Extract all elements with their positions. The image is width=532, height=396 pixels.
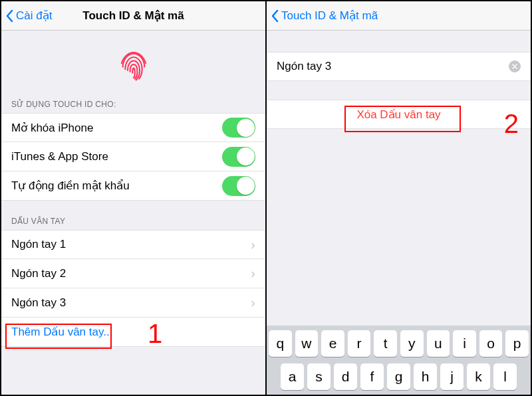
key-k[interactable]: k (467, 363, 490, 390)
chevron-right-icon: › (251, 237, 255, 252)
key-d[interactable]: d (334, 363, 357, 390)
finger-label: Ngón tay 3 (11, 296, 66, 310)
key-p[interactable]: p (505, 330, 529, 357)
add-label: Thêm Dấu vân tay... (11, 325, 112, 339)
toggle-unlock-iphone[interactable]: Mở khóa iPhone (1, 113, 265, 142)
key-e[interactable]: e (321, 330, 344, 357)
fingerprint-detail-screen: Touch ID & Mật mã Xóa Dấu vân tay 2 q w … (267, 1, 531, 395)
finger-item-1[interactable]: Ngón tay 1 › (1, 230, 265, 259)
key-w[interactable]: w (295, 330, 319, 357)
finger-list: Ngón tay 1 › Ngón tay 2 › Ngón tay 3 › T… (1, 230, 265, 347)
section-header-use: SỬ DỤNG TOUCH ID CHO: (1, 96, 265, 113)
settings-touchid-screen: Cài đặt Touch ID & Mật mã SỬ DỤNG TOUCH … (1, 1, 267, 395)
keyboard-row-1: q w e r t y u i o p (269, 330, 529, 357)
switch-on-icon[interactable] (222, 176, 255, 196)
toggle-autofill-password[interactable]: Tự động điền mật khẩu (1, 171, 265, 201)
key-a[interactable]: a (281, 363, 304, 390)
key-q[interactable]: q (269, 330, 292, 357)
chevron-left-icon (5, 9, 13, 23)
finger-label: Ngón tay 1 (11, 238, 66, 251)
annotation-step-1: 1 (148, 319, 162, 349)
key-j[interactable]: j (440, 363, 464, 390)
finger-label: Ngón tay 2 (11, 267, 66, 280)
chevron-right-icon: › (251, 295, 255, 310)
key-y[interactable]: y (400, 330, 424, 357)
key-o[interactable]: o (479, 330, 503, 357)
close-icon (512, 64, 517, 69)
finger-item-2[interactable]: Ngón tay 2 › (1, 259, 265, 288)
keyboard-row-2: a s d f g h j k l (269, 363, 529, 390)
section-header-fingers: DẤU VÂN TAY (1, 213, 265, 230)
key-h[interactable]: h (414, 363, 437, 390)
ios-keyboard: q w e r t y u i o p a s d f g h j k l (267, 326, 531, 395)
key-r[interactable]: r (348, 330, 371, 357)
annotation-step-2: 2 (504, 109, 519, 139)
key-s[interactable]: s (307, 363, 331, 390)
key-u[interactable]: u (427, 330, 450, 357)
nav-header: Touch ID & Mật mã (267, 1, 531, 31)
fingerprint-hero (1, 31, 265, 96)
key-i[interactable]: i (453, 330, 476, 357)
fingerprint-name-input-row[interactable] (267, 52, 531, 81)
switch-on-icon[interactable] (222, 118, 255, 138)
fingerprint-icon (114, 45, 153, 84)
toggle-group: Mở khóa iPhone iTunes & App Store Tự độn… (1, 113, 265, 201)
key-g[interactable]: g (387, 363, 410, 390)
back-label: Cài đặt (16, 9, 52, 23)
back-label: Touch ID & Mật mã (281, 9, 378, 23)
switch-on-icon[interactable] (222, 147, 255, 167)
chevron-right-icon: › (251, 266, 255, 281)
finger-item-3[interactable]: Ngón tay 3 › (1, 288, 265, 318)
chevron-left-icon (271, 9, 279, 23)
back-button[interactable]: Cài đặt (1, 9, 52, 23)
key-l[interactable]: l (493, 363, 517, 390)
toggle-label: Tự động điền mật khẩu (11, 179, 130, 193)
toggle-label: Mở khóa iPhone (11, 121, 93, 135)
toggle-label: iTunes & App Store (11, 150, 108, 163)
add-fingerprint-button[interactable]: Thêm Dấu vân tay... (1, 318, 265, 347)
delete-label: Xóa Dấu vân tay (356, 108, 440, 122)
key-f[interactable]: f (360, 363, 384, 390)
nav-header: Cài đặt Touch ID & Mật mã (1, 1, 265, 31)
clear-input-button[interactable] (509, 60, 521, 72)
key-t[interactable]: t (374, 330, 397, 357)
fingerprint-name-input[interactable] (277, 60, 509, 73)
back-button[interactable]: Touch ID & Mật mã (267, 9, 378, 23)
delete-fingerprint-button[interactable]: Xóa Dấu vân tay (267, 100, 531, 129)
toggle-itunes-appstore[interactable]: iTunes & App Store (1, 142, 265, 171)
